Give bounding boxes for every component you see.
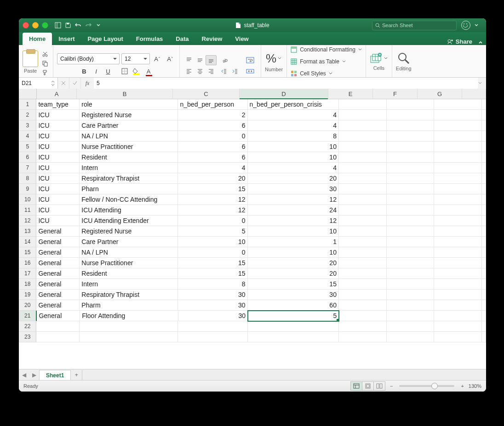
italic-button[interactable]: I: [91, 66, 102, 76]
cell-F7[interactable]: [387, 163, 435, 173]
cell-A15[interactable]: General: [36, 247, 80, 258]
tab-view[interactable]: View: [229, 33, 255, 45]
cell-G6[interactable]: [434, 152, 482, 163]
cell-D1[interactable]: n_bed_per_person_crisis: [248, 99, 339, 110]
column-header-A[interactable]: A: [37, 89, 77, 99]
cell-F18[interactable]: [387, 279, 435, 290]
cell-A16[interactable]: General: [36, 258, 80, 268]
cell-C15[interactable]: 0: [178, 247, 247, 258]
cell-C7[interactable]: 4: [178, 163, 247, 173]
cell-A3[interactable]: ICU: [36, 120, 80, 131]
cell-F8[interactable]: [387, 173, 435, 184]
cell-blank[interactable]: [482, 247, 486, 258]
row-header-17[interactable]: 17: [19, 268, 36, 279]
tab-review[interactable]: Review: [195, 33, 229, 45]
cut-button[interactable]: [41, 51, 49, 58]
cell-A20[interactable]: General: [36, 300, 80, 311]
cell-F16[interactable]: [387, 258, 435, 268]
cell-C1[interactable]: n_bed_per_person: [178, 99, 247, 110]
cell-E10[interactable]: [339, 194, 387, 205]
row-header-18[interactable]: 18: [19, 279, 36, 290]
cell-G8[interactable]: [434, 173, 482, 184]
cell-blank[interactable]: [482, 163, 486, 173]
cell-D17[interactable]: 20: [248, 268, 339, 279]
column-header-D[interactable]: D: [240, 89, 328, 99]
row-header-11[interactable]: 11: [19, 205, 36, 216]
cell-E8[interactable]: [339, 173, 387, 184]
number-format-icon[interactable]: %: [266, 51, 276, 66]
cell-G4[interactable]: [434, 131, 482, 142]
copy-button[interactable]: [41, 60, 49, 67]
cell-B10[interactable]: Fellow / Non-CC Attending: [80, 194, 178, 205]
cell-A12[interactable]: ICU: [36, 216, 80, 226]
cell-B22[interactable]: [80, 321, 178, 332]
cell-blank[interactable]: [482, 184, 486, 194]
cell-G11[interactable]: [434, 205, 482, 216]
view-page-break-button[interactable]: [373, 381, 385, 391]
cell-E11[interactable]: [339, 205, 387, 216]
cell-C14[interactable]: 10: [178, 237, 247, 247]
cell-F1[interactable]: [387, 99, 435, 110]
row-header-3[interactable]: 3: [19, 120, 36, 131]
cell-B1[interactable]: role: [80, 99, 178, 110]
cell-F5[interactable]: [387, 142, 435, 152]
cell-E3[interactable]: [339, 120, 387, 131]
cell-A1[interactable]: team_type: [36, 99, 80, 110]
find-icon[interactable]: [397, 52, 410, 65]
row-header-6[interactable]: 6: [19, 152, 36, 163]
cell-A14[interactable]: General: [36, 237, 80, 247]
formula-bar-expand-icon[interactable]: [478, 81, 486, 85]
cell-C13[interactable]: 5: [178, 226, 247, 237]
underline-button[interactable]: U: [103, 66, 114, 76]
cell-blank[interactable]: [482, 110, 486, 120]
cell-blank[interactable]: [482, 152, 486, 163]
cell-D12[interactable]: 12: [248, 216, 339, 226]
cancel-formula-button[interactable]: [58, 78, 69, 89]
collapse-ribbon-button[interactable]: [475, 40, 486, 45]
cell-F14[interactable]: [387, 237, 435, 247]
cell-blank[interactable]: [482, 131, 486, 142]
cell-F12[interactable]: [387, 216, 435, 226]
grow-font-button[interactable]: A˄: [152, 54, 163, 64]
cell-E23[interactable]: [339, 332, 387, 342]
cell-G23[interactable]: [434, 332, 482, 342]
decrease-indent-button[interactable]: [218, 66, 229, 76]
tab-formulas[interactable]: Formulas: [130, 33, 170, 45]
cell-G19[interactable]: [434, 290, 482, 300]
cell-blank[interactable]: [482, 120, 486, 131]
cell-C23[interactable]: [178, 332, 247, 342]
cell-C19[interactable]: 30: [178, 290, 247, 300]
align-bottom-button[interactable]: [206, 55, 217, 65]
cell-E4[interactable]: [339, 131, 387, 142]
cell-E15[interactable]: [339, 247, 387, 258]
increase-indent-button[interactable]: [229, 66, 241, 76]
cell-G7[interactable]: [434, 163, 482, 173]
cell-D22[interactable]: [248, 321, 339, 332]
cell-D16[interactable]: 20: [248, 258, 339, 268]
font-color-button[interactable]: A: [143, 66, 154, 76]
cell-G15[interactable]: [434, 247, 482, 258]
cell-C22[interactable]: [178, 321, 247, 332]
fill-color-button[interactable]: [131, 66, 142, 76]
cell-A23[interactable]: [36, 332, 80, 342]
cell-D23[interactable]: [248, 332, 339, 342]
row-header-7[interactable]: 7: [19, 163, 36, 173]
cell-E22[interactable]: [339, 321, 387, 332]
cell-D10[interactable]: 12: [248, 194, 339, 205]
cell-G22[interactable]: [434, 321, 482, 332]
cell-C16[interactable]: 15: [178, 258, 247, 268]
cell-C3[interactable]: 6: [178, 120, 247, 131]
cell-D6[interactable]: 10: [248, 152, 339, 163]
view-page-layout-button[interactable]: [362, 381, 374, 391]
sheet-prev-button[interactable]: ◀: [19, 372, 29, 378]
cell-B8[interactable]: Respiratory Thrapist: [80, 173, 178, 184]
cell-B2[interactable]: Registered Nurse: [80, 110, 178, 120]
select-all-corner[interactable]: [19, 89, 37, 99]
cell-F11[interactable]: [387, 205, 435, 216]
cell-F4[interactable]: [387, 131, 435, 142]
cell-blank[interactable]: [482, 194, 486, 205]
cell-E1[interactable]: [339, 99, 387, 110]
row-header-19[interactable]: 19: [19, 290, 36, 300]
tab-data[interactable]: Data: [169, 33, 195, 45]
cell-A2[interactable]: ICU: [36, 110, 80, 120]
